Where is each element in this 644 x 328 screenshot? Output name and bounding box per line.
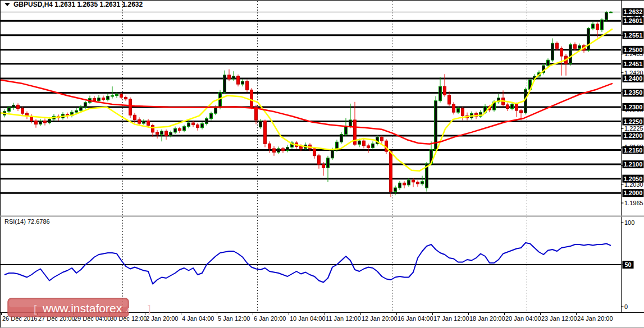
time-tick-label: 18 Jan 20:00 [469, 315, 505, 322]
candle-bullish [223, 71, 226, 94]
candle-body [444, 86, 446, 95]
candle-body [156, 132, 159, 135]
candle-body [48, 119, 51, 123]
candle-bearish [453, 102, 455, 114]
candle-body [462, 109, 464, 116]
time-tick-label: 5 Jan 12:00 [218, 315, 250, 322]
candle-body [116, 94, 118, 95]
candle-body [268, 144, 271, 149]
candle-body [506, 105, 509, 109]
time-tick-label: 17 Jan 12:00 [433, 315, 469, 322]
candle-body [601, 20, 604, 30]
watermark-site-name: www.instaforex [42, 302, 122, 315]
price-level-box-label: 1.2050 [624, 175, 643, 182]
candle-bearish [462, 107, 464, 120]
candle-body [250, 90, 253, 107]
candle-bearish [237, 75, 240, 86]
candle-body [282, 149, 285, 151]
time-tick-label: 23 Jan 12:00 [541, 315, 577, 322]
candle-body [75, 110, 78, 112]
candle-bearish [179, 127, 181, 133]
candle-body [197, 125, 199, 128]
candle-body [448, 95, 451, 104]
candle-bullish [610, 11, 613, 13]
candle-bearish [273, 146, 276, 156]
candle-body [313, 149, 316, 156]
candle-body [457, 109, 460, 113]
candle-bullish [569, 43, 572, 66]
candle-body [80, 107, 83, 110]
price-level-box-label: 1.2500 [624, 47, 643, 53]
candle-bearish [318, 154, 321, 169]
candle-body [358, 141, 361, 144]
watermark-bracket-close: ] [148, 303, 150, 315]
candle-bearish [125, 96, 127, 101]
candle-bullish [241, 79, 244, 86]
candle-body [102, 98, 105, 100]
candle-body [201, 124, 204, 128]
candle-bearish [35, 119, 38, 127]
candle-bearish [565, 54, 568, 76]
candle-body [551, 43, 554, 60]
candle-body [574, 45, 577, 49]
candle-body [129, 99, 132, 116]
candle-bearish [129, 98, 132, 118]
candle-bearish [506, 103, 509, 111]
candle-body [403, 183, 406, 185]
candle-body [453, 104, 455, 112]
chart-window: 1.26151.25501.24851.24201.23551.22901.22… [0, 0, 644, 328]
candle-bearish [156, 130, 159, 138]
candle-body [35, 121, 38, 124]
candle-bullish [205, 117, 208, 125]
candle-bearish [246, 80, 249, 92]
time-tick-label: 6 Jan 20:00 [254, 315, 286, 322]
candle-body [372, 144, 374, 147]
candle-body [394, 188, 397, 192]
candle-body [107, 96, 109, 100]
candle-bearish [313, 147, 316, 159]
candle-bearish [165, 130, 168, 140]
time-tick-label: 12 Jan 20:00 [362, 315, 398, 322]
chart-canvas: 1.26151.25501.24851.24201.23551.22901.22… [0, 0, 644, 328]
candle-body [125, 98, 127, 99]
candle-body [246, 81, 249, 90]
candle-bullish [336, 140, 339, 151]
candle-body [84, 103, 87, 107]
time-tick-label: 24 Jan 20:00 [577, 315, 613, 322]
candle-bullish [340, 132, 343, 144]
candle-bullish [39, 119, 42, 126]
time-tick-label: 2 Jan 20:00 [146, 315, 179, 322]
candle-body [408, 180, 410, 185]
candle-body [363, 141, 366, 146]
time-tick-label: 20 Jan 04:00 [505, 315, 541, 322]
candle-body [12, 105, 15, 108]
candle-body [596, 24, 599, 30]
price-level-box-label: 1.2400 [624, 75, 643, 82]
candle-body [138, 119, 141, 123]
candle-bearish [17, 103, 20, 111]
candle-body [556, 43, 559, 48]
candle-body [214, 108, 217, 113]
candle-bearish [381, 136, 383, 144]
price-level-box-label: 1.2300 [624, 104, 643, 110]
candle-body [170, 132, 172, 136]
candle-body [511, 104, 514, 109]
price-scale[interactable]: 1.26151.25501.24851.24201.23551.22901.22… [622, 8, 644, 310]
candle-body [143, 121, 145, 123]
candle-body [399, 183, 401, 188]
candle-body [331, 150, 334, 158]
candle-body [205, 118, 208, 123]
candle-bullish [542, 63, 545, 74]
price-panel[interactable] [0, 1, 622, 215]
rsi-panel[interactable] [0, 217, 622, 312]
candle-body [98, 98, 101, 101]
candle-bearish [264, 119, 267, 147]
price-level-box-label: 1.2551 [624, 32, 643, 39]
candle-body [161, 131, 163, 135]
candle-bearish [412, 178, 415, 187]
rsi-line [4, 243, 611, 284]
candle-body [520, 110, 523, 113]
candle-body [21, 109, 24, 114]
chart-collapse-arrow-icon[interactable] [4, 3, 10, 6]
candle-body [381, 137, 383, 141]
